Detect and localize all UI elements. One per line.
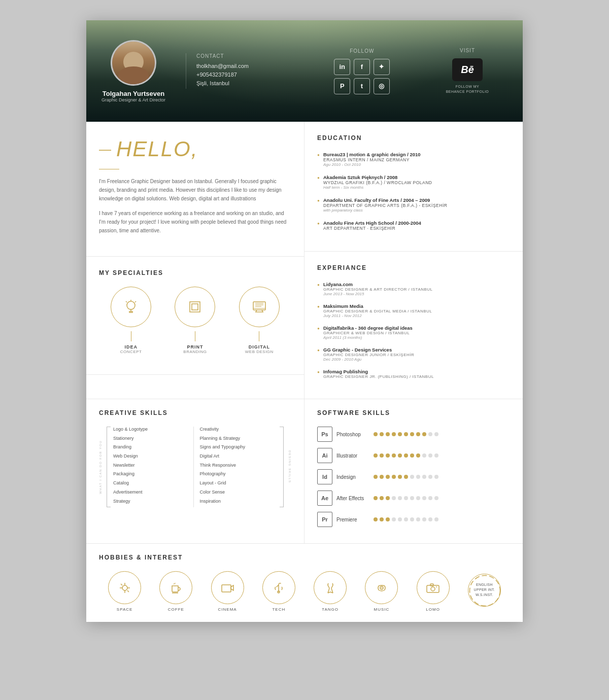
skill-planning: Planning & Strategy	[200, 436, 278, 442]
edu-subtitle-3: DEPARTMENT OF GRAPHIC ARTS (B.F.A.) - ES…	[323, 203, 510, 208]
illustrator-dots	[374, 453, 438, 458]
svg-line-6	[135, 301, 136, 302]
hello-heading: — HELLO,	[99, 137, 291, 161]
follow-section: Follow in f ✦ P t ◎	[297, 48, 412, 94]
skill-logo: Logo & Logotype	[113, 427, 191, 433]
divider	[99, 169, 119, 169]
skill-advertisement: Advertisement	[113, 489, 191, 496]
svg-line-5	[126, 301, 127, 302]
exp-title-2: Maksimum Media	[323, 303, 510, 309]
indesign-icon: Id	[317, 469, 332, 484]
edu-title-3: Anadolu Uni. Faculty of Fine Arts / 2004…	[323, 197, 510, 203]
exp-title-5: Infomag Publishing	[323, 369, 510, 374]
skill-strategy: Strategy	[113, 499, 191, 505]
exp-title-3: Digitalfabrika - 360 degree digital idea…	[323, 325, 510, 331]
skills-left-label: WHAT I CAN DO FOR YOU	[99, 440, 102, 494]
svg-point-0	[127, 301, 135, 309]
software-illustrator: Ai Illustrator	[317, 448, 510, 463]
indesign-label: Indesign	[336, 474, 369, 480]
skill-packaging: Packaging	[113, 471, 191, 477]
edu-date-3: with preparatory class	[323, 208, 510, 213]
photoshop-icon: Ps	[317, 427, 332, 442]
header-content: Tolgahan Yurtseven Graphic Designer & Ar…	[101, 40, 507, 102]
exp-subtitle-4: GRAPHIC DESIGNER JUNIOR / ESKİŞEHİR	[323, 353, 510, 357]
print-label: PRINT	[187, 344, 203, 349]
software-photoshop: Ps Photoshop	[317, 427, 510, 442]
hello-section: — HELLO, I'm Freelance Graphic Designer …	[86, 122, 304, 257]
tumblr-icon[interactable]: t	[354, 78, 370, 94]
svg-rect-7	[190, 302, 200, 312]
premiere-icon: Pr	[317, 512, 332, 527]
photoshop-dots	[374, 432, 438, 436]
idea-circle	[111, 287, 151, 327]
software-indesign: Id Indesign	[317, 469, 510, 484]
main-content: — HELLO, I'm Freelance Graphic Designer …	[86, 122, 523, 399]
exp-item-4: GG Graphic - Design Services GRAPHIC DES…	[317, 347, 510, 362]
skills-row: CREATIVE SKILLS WHAT I CAN DO FOR YOU Lo…	[86, 399, 523, 543]
coffee-circle	[159, 571, 192, 604]
skill-color: Color Sense	[200, 489, 278, 496]
coffee-label: COFFE	[168, 607, 184, 612]
exp-item-5: Infomag Publishing GRAPHIC DESIGNER JR. …	[317, 369, 510, 379]
idea-label: IDEA	[124, 344, 138, 349]
specialties-section: MY SPECIALTIES	[86, 257, 304, 375]
follow-label: Follow	[312, 48, 412, 54]
avatar	[111, 40, 156, 86]
edu-subtitle-2: WYDZIAL GRAFIKI (B.F.A.) / WROCLAW POLAN…	[323, 180, 510, 185]
instagram-icon[interactable]: ◎	[374, 78, 390, 94]
behance-icon[interactable]: Bē	[452, 58, 483, 81]
software-premiere: Pr Premiere	[317, 512, 510, 527]
photoshop-label: Photoshop	[336, 432, 369, 437]
svg-point-17	[122, 585, 127, 590]
software-skills-title: SOFTWARE SKILLS	[317, 409, 510, 416]
left-column: — HELLO, I'm Freelance Graphic Designer …	[86, 122, 304, 399]
skill-newsletter: Newsletter	[113, 463, 191, 469]
linkedin-icon[interactable]: in	[334, 59, 350, 75]
skill-creativity: Creativity	[200, 427, 278, 433]
pinterest-icon[interactable]: P	[334, 78, 350, 94]
tango-label: TANGO	[322, 607, 339, 612]
svg-point-32	[436, 586, 437, 587]
language-circle: ENGLISHUPPER INT.W.S.INST.	[468, 574, 501, 607]
edu-date-2: Half term - Six months	[323, 185, 510, 190]
hello-bio1: I'm Freelance Graphic Designer based on …	[99, 177, 291, 203]
right-column: EDUCATION Bureau23 | motion & graphic de…	[304, 122, 523, 399]
idea-sub: CONCEPT	[120, 349, 142, 354]
svg-rect-23	[222, 585, 231, 592]
music-circle	[365, 571, 398, 604]
facebook-icon[interactable]: f	[354, 59, 370, 75]
exp-subtitle-1: GRAPHIC DESIGNER & ART DIRECTOR / ISTANB…	[323, 287, 510, 292]
education-item-2: Akademia Sztuk Pięknych / 2008 WYDZIAL G…	[317, 174, 510, 190]
edu-title-2: Akademia Sztuk Pięknych / 2008	[323, 174, 510, 180]
experience-section: EXPERIANCE Lidyana.com GRAPHIC DESIGNER …	[304, 252, 523, 399]
digital-line	[259, 331, 259, 341]
illustrator-icon: Ai	[317, 448, 332, 463]
svg-rect-29	[427, 585, 439, 592]
edu-date-1: Agu 2010 - Oct 2010	[323, 162, 510, 167]
hobby-lomo: LOMO	[417, 571, 450, 612]
education-item-1: Bureau23 | motion & graphic design / 201…	[317, 152, 510, 167]
contact-section: Contact tholkhan@gmail.com +905432379187…	[186, 53, 296, 89]
specialty-digital: DIGITAL WEB DESIGN	[239, 287, 280, 354]
aftereffects-dots	[374, 496, 438, 500]
education-item-4: Anadolu Fine Arts High School / 2000-200…	[317, 220, 510, 231]
print-line	[195, 331, 195, 341]
tech-label: TECH	[272, 607, 285, 612]
digital-label: DIGITAL	[249, 344, 270, 349]
edu-subtitle-4: ART DEPARTMENT · ESKİŞEHİR	[323, 226, 510, 231]
exp-title-4: GG Graphic - Design Services	[323, 347, 510, 353]
hobby-tango: TANGO	[314, 571, 347, 612]
hobbies-title: HOBBIES & INTEREST	[99, 554, 510, 561]
hobby-cinema: CINEMA	[211, 571, 244, 612]
skills-left-col: Logo & Logotype Stationery Branding Web …	[113, 427, 191, 507]
specialties-icons: IDEA CONCEPT PRINT BRANDING	[99, 287, 291, 354]
twitter-icon[interactable]: ✦	[374, 59, 390, 75]
digital-circle	[239, 287, 280, 327]
exp-date-4: Dec 2009 - 2010 Agu	[323, 357, 510, 362]
lomo-label: LOMO	[426, 607, 440, 612]
exp-title-1: Lidyana.com	[323, 282, 510, 287]
creative-skills-section: CREATIVE SKILLS WHAT I CAN DO FOR YOU Lo…	[86, 399, 304, 543]
exp-subtitle-2: GRAPHIC DESIGNER & DIGITAL MEDIA / ISTAN…	[323, 309, 510, 313]
contact-label: Contact	[196, 53, 296, 59]
left-bracket	[107, 427, 111, 507]
